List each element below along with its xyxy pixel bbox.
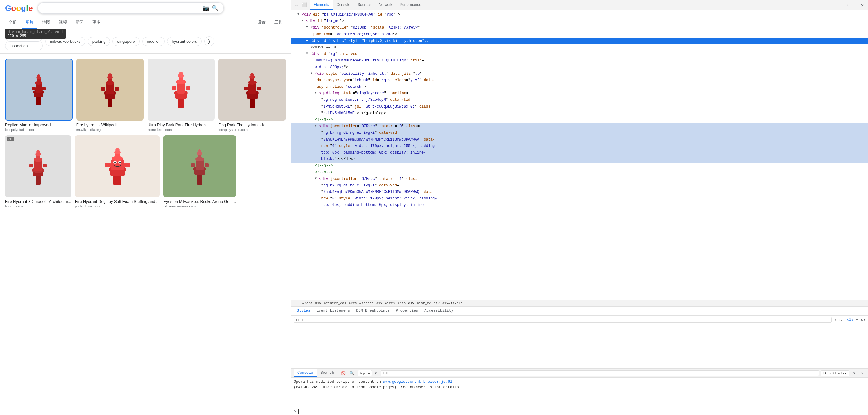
tab-accessibility[interactable]: Accessibility (421, 307, 457, 316)
html-line-12[interactable]: <g-dialog style="display:none" jsaction= (291, 90, 868, 97)
html-line-6[interactable]: <div id="rg" data-ved= (291, 51, 868, 57)
search-input[interactable]: fire hydrant (43, 5, 200, 11)
breadcrumb-div2[interactable]: div (376, 301, 382, 305)
top-select[interactable]: top (358, 370, 372, 376)
html-line-20[interactable]: row="0" style="width: 170px; height: 255… (291, 143, 868, 149)
chip-singapore[interactable]: singapore (113, 37, 140, 46)
tab-elements[interactable]: Elements (310, 0, 333, 10)
chip-mueller[interactable]: mueller (142, 37, 165, 46)
tab-sources[interactable]: Sources (354, 0, 375, 10)
filter-cls[interactable]: .cls (845, 318, 853, 322)
tab-dom-breakpoints[interactable]: DOM Breakpoints (353, 307, 393, 316)
html-line-16[interactable]: <!--m--> (291, 117, 868, 123)
default-levels-button[interactable]: Default levels ▾ (820, 370, 849, 376)
html-line-9[interactable]: <div style="visibility: inherit;" data-j… (291, 71, 868, 77)
tab-event-listeners[interactable]: Event Listeners (313, 307, 353, 316)
tab-network[interactable]: Network (375, 0, 396, 10)
breadcrumb-isr-mc[interactable]: #isr_mc (417, 301, 431, 305)
filter-hov[interactable]: :hov (834, 318, 843, 322)
breadcrumb-is-hlc[interactable]: div#is-hlc (442, 301, 463, 305)
console-link[interactable]: www.google.com.hk (383, 380, 421, 384)
image-card-7[interactable]: Eyes on Milwaukee: Bucks Arena Getti... … (163, 135, 236, 208)
triangle-25[interactable] (315, 176, 319, 181)
html-line-13[interactable]: "dg_reg_content:r.J_j78ao4uyM" data-rtid… (291, 97, 868, 103)
breadcrumb-rcnt[interactable]: #rcnt (303, 301, 313, 305)
nav-all[interactable]: 全部 (5, 17, 21, 29)
html-line-4[interactable]: ▶ <div id="is-hlc" style="height:0;visib… (291, 38, 868, 45)
nav-images[interactable]: 图片 (22, 17, 37, 29)
image-card-4[interactable]: Dog Park Fire Hydrant - Ic... iconpolyst… (218, 59, 286, 131)
triangle-17[interactable] (315, 123, 319, 128)
html-line-14[interactable]: "iPN5cHdGt5xE" jsl="$t t-cuCqGEujB5w;$x … (291, 103, 868, 110)
breadcrumb-div3[interactable]: div (408, 301, 414, 305)
html-line-8[interactable]: "width: 809px;"> (291, 64, 868, 71)
tab-performance[interactable]: Performance (396, 0, 425, 10)
breadcrumb-ellipsis[interactable]: ... (294, 301, 300, 305)
chip-arrow-next[interactable]: ❯ (204, 36, 214, 46)
html-line-22[interactable]: block;">…</div> (291, 156, 868, 162)
triangle-9[interactable] (311, 71, 315, 76)
html-line-11[interactable]: async-rclass="search"> (291, 84, 868, 90)
html-line-7[interactable]: "0ahUKEwjLn7PKmu3hAhWM7HMBHfCxB1IQuT0IOi… (291, 57, 868, 64)
search-bar[interactable]: fire hydrant 📷 🔍 (38, 2, 224, 13)
html-line-28[interactable]: row="0" style="width: 170px; height: 255… (291, 196, 868, 202)
breadcrumb-ires[interactable]: #ires (385, 301, 395, 305)
html-line-5[interactable]: </div> == $0 (291, 45, 868, 51)
nav-tools[interactable]: 工具 (271, 17, 286, 29)
breadcrumb-rso[interactable]: #rso (398, 301, 406, 305)
styles-arrow-up[interactable]: ▲ (861, 318, 863, 322)
html-line-2[interactable]: <div id="isr_mc"> (291, 18, 868, 25)
image-card-3[interactable]: Ultra Play Bark Park Fire Hydran... home… (148, 59, 215, 131)
breadcrumb-res[interactable]: #res (349, 301, 357, 305)
html-line-3[interactable]: <div jscontroller="qZ1Udb" jsdata="X2sNs… (291, 25, 868, 31)
html-line-18[interactable]: "rg_bx rg_di rg_el ivg-i" data-ved= (291, 130, 868, 136)
html-line-29[interactable]: top: 0px; paddine-bottom: 0px; display: … (291, 202, 868, 208)
html-line-21[interactable]: top: 0px; padding-bottom: 0px; display: … (291, 149, 868, 156)
image-card-1[interactable]: Replica Mueller Improved ... iconpolystu… (5, 59, 72, 131)
html-line-10[interactable]: data-async-type="ichunk" id="rg_s" class… (291, 77, 868, 84)
tab-properties[interactable]: Properties (393, 307, 421, 316)
nav-more[interactable]: 更多 (89, 17, 104, 29)
chip-inspection[interactable]: inspection div.rg_bx.rg_di.rg_el.ivg-i 1… (5, 41, 43, 50)
html-line-23[interactable]: <!--n--> (291, 162, 868, 169)
console-tab-console[interactable]: Console (294, 369, 317, 377)
console-filter-icon[interactable]: 🔍 (349, 370, 355, 376)
html-line-24[interactable]: <!--m--> (291, 169, 868, 176)
console-close-icon[interactable]: ✕ (859, 370, 866, 376)
tab-styles[interactable]: Styles (294, 307, 313, 316)
styles-arrow-down[interactable]: ▼ (863, 318, 866, 322)
breadcrumb-search[interactable]: #search (360, 301, 374, 305)
more-tabs-icon[interactable]: » (844, 2, 850, 8)
html-line-26[interactable]: "rg_bx rg_di rg_el ivg-i" data-ved= (291, 182, 868, 189)
close-devtools-icon[interactable]: ✕ (859, 2, 866, 8)
console-tab-search[interactable]: Search (317, 369, 338, 377)
html-line-3b[interactable]: jsaction="ivg_o:h5M12e;rcuQ6b:npT2md"> (291, 31, 868, 38)
html-line-27[interactable]: "0ahUKEwjLn7PKmu3hAhWM7HMBHfCxB1IQMwg9KA… (291, 189, 868, 196)
chip-colors[interactable]: hydrant colors (167, 37, 202, 46)
console-gear-icon[interactable]: ⚙ (850, 370, 857, 376)
styles-filter-input[interactable] (294, 317, 832, 323)
breadcrumb-div1[interactable]: div (315, 301, 321, 305)
html-line-1[interactable]: <div eid="ba_CXIu1D4zz/sP8OOeKAU" id="rs… (291, 11, 868, 18)
html-line-15[interactable]: "r-iPN5cHdGt5xE">…</g-dialog> (291, 110, 868, 117)
triangle-4[interactable]: ▶ (306, 38, 311, 43)
nav-news[interactable]: 新闻 (72, 17, 87, 29)
image-card-5[interactable]: 3D (5, 135, 71, 208)
html-line-19[interactable]: "0ahUKEwjLn7PKmu3hAhWM7HMBHfCxB1IQMwg8KA… (291, 137, 868, 143)
filter-plus-icon[interactable]: + (856, 317, 858, 322)
console-clear-icon[interactable]: 🚫 (340, 370, 346, 376)
chip-parking[interactable]: parking (88, 37, 110, 46)
camera-icon[interactable]: 📷 (203, 5, 209, 11)
device-icon[interactable]: ⬜ (301, 2, 307, 8)
tab-console[interactable]: Console (333, 0, 354, 10)
more-options-icon[interactable]: ⋮ (852, 2, 858, 8)
html-line-17[interactable]: <div jscontroller="Q7Rsec" data-ri="0" c… (291, 123, 868, 130)
triangle-12[interactable] (315, 91, 319, 95)
triangle-3[interactable] (306, 25, 311, 30)
search-icon[interactable]: 🔍 (212, 5, 218, 11)
triangle-1[interactable] (298, 12, 302, 17)
html-line-25[interactable]: <div jscontroller="Q7Rsec" data-ri="1" c… (291, 176, 868, 182)
triangle-6[interactable] (306, 51, 311, 56)
console-filter-input[interactable] (380, 370, 819, 376)
console-eye-icon[interactable]: 👁 (373, 370, 379, 376)
